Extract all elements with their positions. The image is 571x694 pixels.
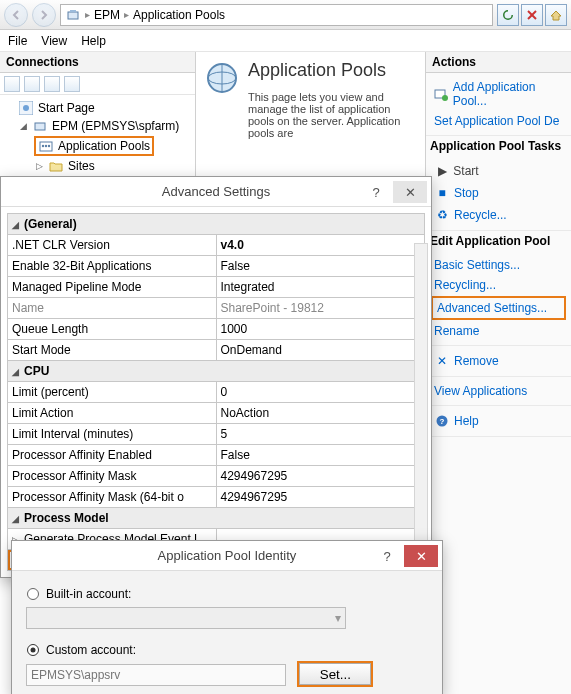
collapse-icon[interactable]: ◢ [12, 514, 21, 524]
stop-button[interactable] [521, 4, 543, 26]
tree-start-page[interactable]: Start Page [4, 99, 191, 117]
actions-edit-title: Edit Application Pool [426, 231, 571, 251]
action-advanced-settings[interactable]: Advanced Settings... [431, 296, 566, 320]
set-button[interactable]: Set... [299, 663, 371, 685]
action-view-applications[interactable]: View Applications [430, 381, 567, 401]
scrollbar[interactable] [414, 243, 428, 571]
refresh-button[interactable] [497, 4, 519, 26]
collapse-icon[interactable]: ◢ [12, 220, 21, 230]
actions-tasks-title: Application Pool Tasks [426, 136, 571, 156]
chevron-right-icon: ▸ [124, 9, 129, 20]
apppools-large-icon [204, 85, 240, 99]
radio-unchecked-icon [26, 587, 40, 601]
server-icon [65, 7, 81, 23]
help-icon: ? [434, 413, 450, 429]
builtin-account-select: ▾ [26, 607, 346, 629]
prop-row: Enable 32-Bit ApplicationsFalse [8, 256, 425, 277]
add-icon [434, 86, 449, 102]
remove-icon: ✕ [434, 353, 450, 369]
prop-row: Queue Length1000 [8, 319, 425, 340]
svg-point-8 [42, 145, 44, 147]
svg-rect-0 [68, 12, 78, 19]
folder-icon [48, 158, 64, 174]
expand-icon[interactable]: ◢ [18, 121, 28, 131]
connections-toolbar [0, 73, 195, 95]
custom-account-radio[interactable]: Custom account: [26, 643, 428, 657]
builtin-account-radio[interactable]: Built-in account: [26, 587, 428, 601]
delete-icon[interactable] [44, 76, 60, 92]
page-description: This page lets you view and manage the l… [248, 91, 417, 139]
page-title: Application Pools [248, 60, 417, 81]
svg-rect-6 [35, 123, 45, 130]
collapse-icon[interactable]: ◢ [12, 367, 21, 377]
nav-back-button[interactable] [4, 3, 28, 27]
radio-checked-icon [26, 643, 40, 657]
startpage-icon [18, 100, 34, 116]
svg-point-9 [45, 145, 47, 147]
home-button[interactable] [545, 4, 567, 26]
tree-label: Application Pools [58, 139, 150, 153]
builtin-label: Built-in account: [46, 587, 131, 601]
action-start[interactable]: ▶ Start [430, 160, 567, 182]
chevron-down-icon: ▾ [335, 611, 341, 625]
connections-tree: Start Page ◢ EPM (EPMSYS\spfarm) Applica… [0, 95, 195, 179]
prop-row: Managed Pipeline ModeIntegrated [8, 277, 425, 298]
dialog-title: Advanced Settings [162, 184, 270, 199]
svg-point-10 [48, 145, 50, 147]
action-set-defaults[interactable]: Set Application Pool De [430, 111, 567, 131]
action-basic-settings[interactable]: Basic Settings... [430, 255, 567, 275]
connect-icon[interactable] [4, 76, 20, 92]
prop-row: Limit ActionNoAction [8, 403, 425, 424]
svg-point-5 [23, 105, 29, 111]
svg-point-19 [31, 648, 36, 653]
prop-row: Start ModeOnDemand [8, 340, 425, 361]
tree-sites[interactable]: ▷ Sites [4, 157, 191, 175]
menu-help[interactable]: Help [81, 34, 106, 48]
action-help[interactable]: ? Help [430, 410, 567, 432]
action-stop[interactable]: ■ Stop [430, 182, 567, 204]
prop-row: Processor Affinity Mask4294967295 [8, 466, 425, 487]
dialog-close-button[interactable]: ✕ [393, 181, 427, 203]
dialog-title-bar[interactable]: Application Pool Identity ? ✕ [12, 541, 442, 571]
breadcrumb-apppools[interactable]: Application Pools [133, 8, 225, 22]
action-add-app-pool[interactable]: Add Application Pool... [430, 77, 567, 111]
actions-pane: Actions Add Application Pool... Set Appl… [426, 52, 571, 694]
action-recycle[interactable]: ♻ Recycle... [430, 204, 567, 226]
recycle-icon: ♻ [434, 207, 450, 223]
dialog-title: Application Pool Identity [158, 548, 297, 563]
custom-label: Custom account: [46, 643, 136, 657]
prop-row: Processor Affinity Mask (64-bit o4294967… [8, 487, 425, 508]
actions-header: Actions [426, 52, 571, 73]
breadcrumb-server[interactable]: EPM [94, 8, 120, 22]
dialog-title-bar[interactable]: Advanced Settings ? ✕ [1, 177, 431, 207]
action-rename[interactable]: Rename [430, 321, 567, 341]
nav-forward-button[interactable] [32, 3, 56, 27]
tree-server[interactable]: ◢ EPM (EPMSYS\spfarm) [4, 117, 191, 135]
prop-row: NameSharePoint - 19812 [8, 298, 425, 319]
tree-label: Start Page [38, 101, 95, 115]
dialog-help-button[interactable]: ? [359, 181, 393, 203]
svg-point-14 [442, 95, 448, 101]
svg-rect-1 [70, 10, 76, 12]
tree-label: Sites [68, 159, 95, 173]
tree-application-pools[interactable]: Application Pools [4, 135, 191, 157]
apppools-icon [38, 138, 54, 154]
action-remove[interactable]: ✕ Remove [430, 350, 567, 372]
svg-text:?: ? [440, 417, 445, 426]
play-icon: ▶ [434, 163, 450, 179]
breadcrumb[interactable]: ▸ EPM ▸ Application Pools [60, 4, 493, 26]
expand-icon[interactable]: ▷ [34, 161, 44, 171]
dialog-close-button[interactable]: ✕ [404, 545, 438, 567]
svg-point-17 [28, 589, 39, 600]
save-icon[interactable] [24, 76, 40, 92]
prop-row: Processor Affinity EnabledFalse [8, 445, 425, 466]
menu-view[interactable]: View [41, 34, 67, 48]
action-recycling[interactable]: Recycling... [430, 275, 567, 295]
menu-file[interactable]: File [8, 34, 27, 48]
up-icon[interactable] [64, 76, 80, 92]
advanced-settings-dialog: Advanced Settings ? ✕ ◢(General) .NET CL… [0, 176, 432, 578]
stop-icon: ■ [434, 185, 450, 201]
connections-header: Connections [0, 52, 195, 73]
property-grid[interactable]: ◢(General) .NET CLR Versionv4.0 Enable 3… [7, 213, 425, 571]
dialog-help-button[interactable]: ? [370, 545, 404, 567]
